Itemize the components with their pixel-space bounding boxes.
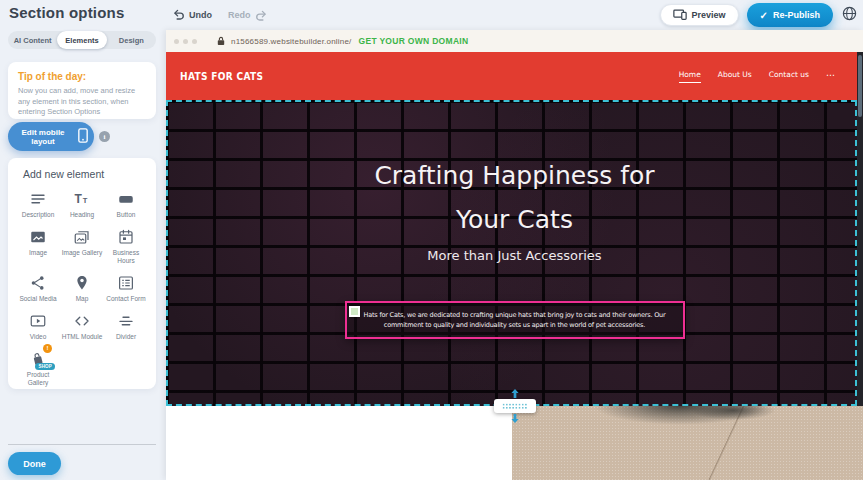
add-element-title: Add new element bbox=[23, 168, 148, 180]
element-video[interactable]: Video bbox=[16, 311, 60, 342]
element-product-gallery[interactable]: ! SHOP Product Gallery bbox=[16, 349, 60, 388]
lock-icon bbox=[217, 36, 225, 46]
element-contact-form[interactable]: Contact Form bbox=[104, 273, 148, 304]
element-social-media[interactable]: Social Media bbox=[16, 273, 60, 304]
nav-contact-us[interactable]: Contact us bbox=[769, 70, 809, 82]
scrollbar-thumb[interactable] bbox=[858, 55, 862, 117]
site-header: HATS FOR CATS Home About Us Contact us ⋯ bbox=[166, 52, 863, 100]
done-button[interactable]: Done bbox=[8, 452, 61, 475]
element-heading[interactable]: TT Heading bbox=[60, 189, 104, 220]
hero-subtitle[interactable]: More than Just Accessories bbox=[166, 248, 863, 263]
button-icon bbox=[116, 189, 136, 209]
get-domain-link[interactable]: GET YOUR OWN DOMAIN bbox=[359, 36, 469, 46]
element-image[interactable]: Image bbox=[16, 227, 60, 266]
nav-more-button[interactable]: ⋯ bbox=[826, 70, 835, 83]
drag-dots bbox=[502, 403, 528, 410]
website-canvas: HATS FOR CATS Home About Us Contact us ⋯… bbox=[166, 52, 863, 480]
site-nav: Home About Us Contact us ⋯ bbox=[679, 52, 835, 100]
browser-dot bbox=[183, 39, 188, 44]
alert-badge: ! bbox=[43, 344, 52, 353]
map-pin-icon bbox=[72, 273, 92, 293]
element-image-gallery[interactable]: Image Gallery bbox=[60, 227, 104, 266]
code-icon bbox=[72, 311, 92, 331]
site-preview: n1566589.websitebuilder.online/ GET YOUR… bbox=[166, 30, 863, 480]
arrow-down-icon bbox=[510, 413, 519, 423]
selected-text-element[interactable]: Hats for Cats, we are dedicated to craft… bbox=[345, 301, 685, 339]
hero-paragraph: Hats for Cats, we are dedicated to craft… bbox=[355, 310, 675, 330]
info-button[interactable]: i bbox=[99, 131, 110, 142]
selection-handle[interactable] bbox=[349, 306, 360, 317]
history-controls: Undo Redo bbox=[172, 0, 268, 30]
globe-icon bbox=[842, 6, 857, 25]
contact-form-icon bbox=[116, 273, 136, 293]
republish-button[interactable]: ✓ Re-Publish bbox=[747, 3, 833, 27]
section-resize-handle[interactable] bbox=[494, 399, 536, 413]
image-icon bbox=[28, 227, 48, 247]
republish-label: Re-Publish bbox=[773, 10, 820, 20]
tip-body: Now you can add, move and resize any ele… bbox=[18, 86, 146, 118]
hero-section[interactable]: Crafting Happiness for Your Cats More th… bbox=[166, 100, 863, 406]
divider-icon bbox=[116, 311, 136, 331]
arrow-up-icon bbox=[510, 389, 519, 399]
sidebar-tabs: AI Content Elements Design bbox=[8, 31, 156, 49]
preview-button[interactable]: Preview bbox=[660, 4, 739, 26]
tab-ai-content[interactable]: AI Content bbox=[8, 31, 57, 49]
check-icon: ✓ bbox=[760, 10, 768, 21]
video-icon bbox=[28, 311, 48, 331]
browser-dot bbox=[192, 39, 197, 44]
heading-icon: TT bbox=[72, 189, 92, 209]
undo-label: Undo bbox=[189, 10, 212, 20]
svg-text:T: T bbox=[75, 192, 83, 206]
redo-button[interactable]: Redo bbox=[228, 10, 268, 21]
element-business-hours[interactable]: Business Hours bbox=[104, 227, 148, 266]
topbar-actions: Preview ✓ Re-Publish bbox=[660, 0, 857, 30]
social-media-icon bbox=[28, 273, 48, 293]
element-divider[interactable]: Divider bbox=[104, 311, 148, 342]
language-globe-button[interactable] bbox=[841, 7, 857, 23]
tip-of-the-day-card: Tip of the day: Now you can add, move an… bbox=[8, 62, 156, 119]
image-gallery-icon bbox=[72, 227, 92, 247]
element-html-module[interactable]: HTML Module bbox=[60, 311, 104, 342]
element-button[interactable]: Button bbox=[104, 189, 148, 220]
element-grid: Description TT Heading Button Image Imag… bbox=[16, 189, 148, 388]
next-section-image bbox=[512, 406, 863, 480]
tip-title: Tip of the day: bbox=[18, 71, 146, 82]
preview-scrollbar bbox=[857, 52, 863, 406]
shop-badge: SHOP bbox=[35, 363, 55, 370]
phone-icon bbox=[78, 128, 88, 145]
nav-about-us[interactable]: About Us bbox=[718, 70, 752, 82]
hero-title[interactable]: Crafting Happiness for Your Cats bbox=[345, 100, 685, 242]
business-hours-icon bbox=[116, 227, 136, 247]
app-window: Section options Undo Redo Preview ✓ Re-P… bbox=[0, 0, 863, 480]
preview-label: Preview bbox=[692, 10, 726, 20]
redo-icon bbox=[255, 10, 268, 21]
site-url[interactable]: n1566589.websitebuilder.online/ bbox=[231, 37, 352, 46]
undo-button[interactable]: Undo bbox=[172, 9, 212, 22]
browser-bar: n1566589.websitebuilder.online/ GET YOUR… bbox=[166, 30, 863, 52]
devices-icon bbox=[673, 9, 687, 22]
site-logo[interactable]: HATS FOR CATS bbox=[180, 70, 263, 83]
page-title: Section options bbox=[9, 4, 125, 21]
add-element-panel: Add new element Description TT Heading B… bbox=[8, 158, 156, 389]
product-gallery-icon: ! SHOP bbox=[28, 349, 48, 369]
undo-icon bbox=[172, 9, 185, 22]
svg-text:T: T bbox=[83, 196, 88, 205]
browser-dot bbox=[174, 39, 179, 44]
edit-mobile-label: Edit mobile layout bbox=[14, 128, 72, 146]
description-icon bbox=[28, 189, 48, 209]
nav-home[interactable]: Home bbox=[679, 70, 701, 83]
tab-elements[interactable]: Elements bbox=[57, 31, 106, 49]
element-map[interactable]: Map bbox=[60, 273, 104, 304]
edit-mobile-layout-button[interactable]: Edit mobile layout bbox=[8, 122, 94, 151]
tab-design[interactable]: Design bbox=[107, 31, 156, 49]
redo-label: Redo bbox=[228, 10, 251, 20]
sidebar-divider bbox=[8, 444, 156, 445]
element-description[interactable]: Description bbox=[16, 189, 60, 220]
